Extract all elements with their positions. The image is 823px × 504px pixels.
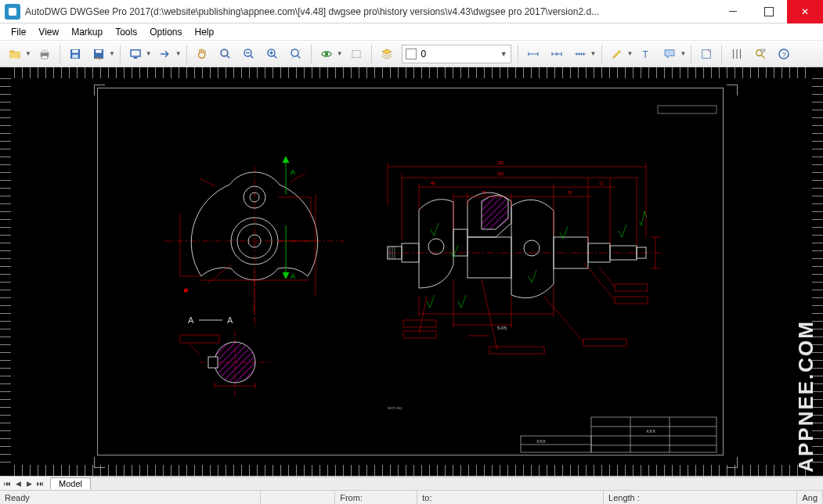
find-button[interactable] <box>749 43 771 65</box>
titlebar: AutoDWG DWGSee Pro 2017(d:\website\publi… <box>0 0 823 23</box>
pen-dropdown-icon[interactable]: ▼ <box>627 50 633 57</box>
arrow-dropdown-icon[interactable]: ▼ <box>175 50 182 57</box>
svg-rect-25 <box>591 417 717 452</box>
svg-rect-18 <box>352 50 360 57</box>
svg-rect-1 <box>42 49 48 53</box>
menu-help[interactable]: Help <box>189 25 221 39</box>
status-ang: Ang <box>797 491 823 504</box>
layers-button[interactable] <box>376 43 398 65</box>
svg-line-107 <box>599 267 615 287</box>
layer-combo[interactable]: 0 ▼ <box>402 45 511 63</box>
export-dropdown-icon[interactable]: ▼ <box>109 50 115 57</box>
svg-text:A: A <box>227 315 233 325</box>
open-button[interactable] <box>4 43 26 65</box>
monitor-button[interactable] <box>125 43 146 65</box>
grid-button[interactable] <box>726 43 748 65</box>
svg-text:11: 11 <box>599 181 604 185</box>
comment-button[interactable] <box>659 43 680 65</box>
status-ready: Ready <box>0 491 261 504</box>
svg-text:Ø: Ø <box>184 288 188 293</box>
status-to: to: <box>417 491 604 504</box>
svg-text:30: 30 <box>568 190 572 195</box>
watermark: APPNEE.COM <box>794 320 818 473</box>
svg-rect-114 <box>403 331 436 338</box>
svg-rect-20 <box>702 49 711 58</box>
print-button[interactable] <box>34 43 56 65</box>
monitor-dropdown-icon[interactable]: ▼ <box>146 50 152 57</box>
menubar: File View Markup Tools Options Help <box>0 23 823 41</box>
tab-nav-first[interactable]: ⏮ <box>2 480 13 488</box>
open-dropdown-icon[interactable]: ▼ <box>25 50 31 57</box>
stamp-button[interactable] <box>695 43 717 65</box>
app-icon <box>5 4 20 20</box>
frame-corner <box>727 85 738 95</box>
arrow-button[interactable] <box>154 43 176 65</box>
svg-text:A: A <box>291 272 295 280</box>
svg-rect-9 <box>131 49 140 56</box>
cad-drawing: XXX XXX <box>98 88 724 456</box>
pan-button[interactable] <box>191 43 213 65</box>
svg-rect-106 <box>615 284 648 291</box>
svg-rect-64 <box>208 357 218 368</box>
tab-model[interactable]: Model <box>50 477 91 489</box>
comment-dropdown-icon[interactable]: ▼ <box>680 50 686 57</box>
canvas-area[interactable]: XXX XXX <box>0 67 823 476</box>
svg-text:tech req: tech req <box>388 405 402 410</box>
drawing-viewport[interactable]: XXX XXX <box>11 78 812 465</box>
measure-chain-button[interactable] <box>569 43 591 65</box>
svg-rect-31 <box>521 436 591 452</box>
layer-color-swatch <box>406 49 417 59</box>
menu-options[interactable]: Options <box>143 25 188 39</box>
maximize-button[interactable] <box>751 0 787 23</box>
chevron-down-icon: ▼ <box>500 50 507 58</box>
status-blank <box>261 491 336 504</box>
svg-text:70: 70 <box>482 190 486 195</box>
tab-strip: ⏮ ◀ ▶ ⏭ Model <box>0 476 823 490</box>
ruler-top <box>14 67 809 78</box>
menu-view[interactable]: View <box>32 25 65 39</box>
orbit-button[interactable] <box>316 43 338 65</box>
frame-corner <box>94 457 105 468</box>
svg-rect-5 <box>72 54 78 58</box>
status-from: From: <box>335 491 417 504</box>
window-title: AutoDWG DWGSee Pro 2017(d:\website\publi… <box>25 6 715 17</box>
svg-rect-108 <box>615 297 648 304</box>
svg-rect-68 <box>180 335 219 343</box>
ruler-bottom <box>14 465 809 476</box>
tab-nav-last[interactable]: ⏭ <box>34 480 45 488</box>
minimize-button[interactable] <box>715 0 751 23</box>
svg-text:XXX: XXX <box>646 429 655 434</box>
menu-markup[interactable]: Markup <box>65 25 109 39</box>
menu-file[interactable]: File <box>5 25 32 39</box>
orbit-dropdown-icon[interactable]: ▼ <box>337 50 343 57</box>
svg-rect-116 <box>403 320 436 327</box>
region-button[interactable] <box>345 43 367 65</box>
statusbar: Ready From: to: Length : Ang <box>0 490 823 504</box>
help-button[interactable]: ? <box>773 43 795 65</box>
measure-cumulative-button[interactable] <box>546 43 568 65</box>
svg-text:XXX: XXX <box>536 439 546 444</box>
status-length: Length : <box>604 491 797 504</box>
measure-distance-button[interactable] <box>522 43 544 65</box>
tab-nav-next[interactable]: ▶ <box>23 480 34 488</box>
zoom-window-button[interactable] <box>215 43 236 65</box>
svg-rect-4 <box>72 49 78 52</box>
close-button[interactable] <box>787 0 823 23</box>
svg-rect-112 <box>489 347 544 354</box>
tab-nav-prev[interactable]: ◀ <box>13 480 23 488</box>
svg-text:48: 48 <box>431 181 435 185</box>
zoom-out-button[interactable] <box>238 43 260 65</box>
ruler-left <box>0 78 11 465</box>
markup-pen-button[interactable] <box>606 43 628 65</box>
menu-tools[interactable]: Tools <box>109 25 143 39</box>
measure-dropdown-icon[interactable]: ▼ <box>590 50 597 57</box>
zoom-extents-button[interactable] <box>285 43 307 65</box>
svg-line-69 <box>188 343 200 355</box>
zoom-in-button[interactable] <box>262 43 283 65</box>
text-button[interactable]: T <box>635 43 657 65</box>
svg-rect-10 <box>134 56 138 58</box>
export-button[interactable]: img <box>88 43 110 65</box>
svg-point-79 <box>428 239 444 254</box>
svg-rect-74 <box>467 237 511 278</box>
save-button[interactable] <box>64 43 86 65</box>
